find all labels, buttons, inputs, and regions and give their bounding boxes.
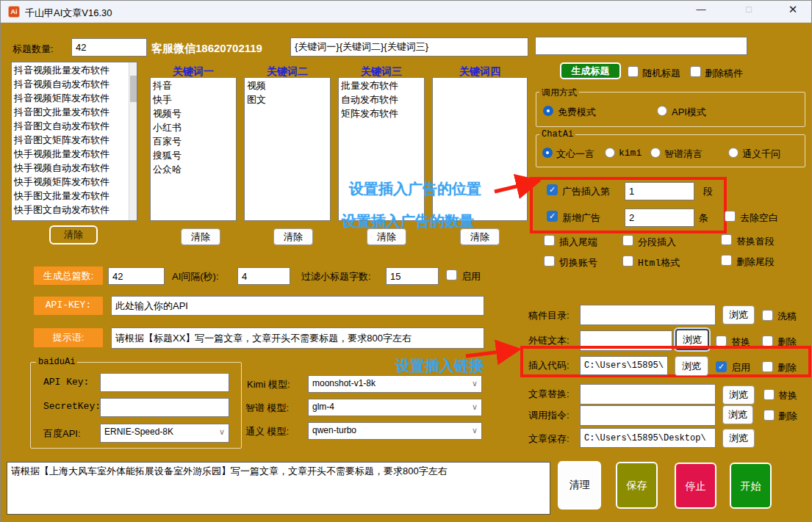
ad-insert-position-input[interactable] [625,182,694,200]
list-item[interactable]: 图文 [247,93,330,106]
list-item[interactable]: 自动发布软件 [341,93,424,106]
api-mode-radio[interactable] [657,106,667,116]
start-button[interactable]: 开始 [730,463,772,509]
delete-last-checkbox[interactable] [721,255,732,266]
link-text-label: 外链文本: [528,334,570,347]
list-item[interactable]: 小红书 [153,120,236,134]
wechat-contact: 客服微信18620702119 [151,42,262,56]
close-button[interactable]: ✕ [782,3,804,21]
list-item[interactable]: 快手视频批量发布软件 [14,147,137,161]
insert-code-browse-button[interactable]: 浏览 [675,356,708,376]
tongyi-model-label: 通义 模型: [245,425,289,438]
maximize-button[interactable]: □ [738,4,760,20]
top-right-input[interactable] [535,37,747,55]
clear-title-list-button[interactable]: 清除 [49,225,98,244]
wash-draft-checkbox[interactable] [762,310,773,321]
insert-code-enable-checkbox[interactable] [716,361,727,372]
list-item[interactable]: 抖音图文批量发布软件 [14,105,137,119]
link-text-browse-button[interactable]: 浏览 [675,329,709,350]
segment-insert-checkbox[interactable] [622,235,633,246]
wenxin-radio[interactable] [542,148,553,158]
filter-input[interactable] [386,267,439,285]
list-item[interactable]: 快手视频矩阵发布软件 [14,175,137,189]
enable-checkbox[interactable] [446,269,457,280]
list-item[interactable]: 快手 [153,93,236,106]
tongyi-radio[interactable] [728,148,739,158]
link-replace-checkbox[interactable] [716,336,727,347]
baidu-secret-input[interactable] [100,398,229,417]
segment-insert-label: 分段插入 [638,236,676,249]
prompt-input[interactable] [111,327,484,349]
draft-dir-input[interactable] [580,305,716,325]
save-path-input[interactable] [580,428,716,448]
keyword4-list[interactable] [432,77,528,221]
list-item[interactable]: 公众哈 [153,162,236,176]
baidu-api-key-input[interactable] [100,373,229,392]
article-replace-browse-button[interactable]: 浏览 [722,385,755,405]
list-item[interactable]: 抖音视频自动发布软件 [14,77,137,91]
replace-first-checkbox[interactable] [721,234,732,245]
zhipu-model-select[interactable]: glm-4 ∨ [308,399,482,416]
clear-keyword1-button[interactable]: 清除 [181,228,220,245]
article-replace-checkbox[interactable] [764,389,775,400]
link-text-input[interactable] [580,330,672,351]
list-item[interactable]: 矩阵发布软件 [341,106,424,120]
wash-draft-label: 洗稿 [777,310,797,323]
keyword2-list[interactable]: 视频图文 [244,77,331,221]
keyword3-list[interactable]: 批量发布软件自动发布软件矩阵发布软件 [338,77,425,221]
list-item[interactable]: 抖音视频矩阵发布软件 [14,91,137,105]
baidu-model-select[interactable]: ERNIE-Speed-8K ∨ [100,424,229,443]
list-item[interactable]: 快手图文自动发布软件 [14,203,137,217]
save-path-browse-button[interactable]: 浏览 [722,429,755,448]
command-input[interactable] [580,405,716,426]
clear-keyword2-button[interactable]: 清除 [273,228,313,245]
scrollbar-thumb[interactable] [130,76,137,102]
tongyi-model-select[interactable]: qwen-turbo ∨ [308,422,482,440]
list-item[interactable]: 快手图文批量发布软件 [14,189,137,203]
insert-code-delete-checkbox[interactable] [762,361,773,372]
list-item[interactable]: 快手视频自动发布软件 [14,161,137,175]
list-item[interactable]: 抖音视频批量发布软件 [14,63,137,77]
new-ad-checkbox[interactable] [547,211,558,222]
zhipu-radio[interactable] [650,148,661,158]
draft-dir-browse-button[interactable]: 浏览 [722,305,755,325]
title-list-scrollbar[interactable] [129,62,137,220]
minimize-button[interactable]: — [690,4,712,20]
random-title-checkbox[interactable] [628,66,639,77]
list-item[interactable]: 百家号 [153,134,236,148]
final-prompt-textarea[interactable]: 请根据【上海大风车室外体能拓展设备室外游乐园】写一篇文章，文章开头不需要标题，要… [7,462,550,515]
keyword-pattern-input[interactable] [290,37,528,57]
title-count-input[interactable] [71,38,147,57]
api-key-input[interactable] [111,296,484,316]
save-button[interactable]: 保存 [616,462,658,509]
kimi-radio[interactable] [605,148,615,158]
list-item[interactable]: 视频 [247,79,330,93]
stop-button[interactable]: 停止 [675,463,716,509]
keyword1-list[interactable]: 抖音快手视频号小红书百家号搜狐号公众哈 [150,77,237,221]
command-delete-checkbox[interactable] [764,410,775,421]
total-count-input[interactable] [108,267,165,285]
list-item[interactable]: 抖音图文自动发布软件 [14,119,137,133]
html-format-checkbox[interactable] [622,255,633,267]
title-list[interactable]: 抖音视频批量发布软件抖音视频自动发布软件抖音视频矩阵发布软件抖音图文批量发布软件… [11,62,137,221]
clean-button[interactable]: 清理 [558,461,601,510]
list-item[interactable]: 抖音图文矩阵发布软件 [14,133,137,147]
remove-blank-checkbox[interactable] [725,211,736,222]
list-item[interactable]: 搜狐号 [153,148,236,162]
insert-tail-checkbox[interactable] [544,235,555,246]
new-ad-count-input[interactable] [625,209,694,227]
kimi-model-select[interactable]: moonshot-v1-8k ∨ [308,375,482,393]
free-mode-radio[interactable] [543,106,553,116]
link-delete-checkbox[interactable] [762,336,773,347]
list-item[interactable]: 视频号 [153,106,236,120]
command-browse-button[interactable]: 浏览 [722,405,753,424]
delete-draft-checkbox[interactable] [690,66,701,77]
list-item[interactable]: 抖音 [153,79,236,93]
insert-code-input[interactable] [580,356,668,375]
generate-title-button[interactable]: 生成标题 [560,62,621,79]
article-replace-input[interactable] [580,384,716,405]
interval-input[interactable] [237,267,290,285]
list-item[interactable]: 批量发布软件 [341,79,424,93]
ad-insert-checkbox[interactable] [547,184,558,195]
switch-account-checkbox[interactable] [544,255,555,267]
